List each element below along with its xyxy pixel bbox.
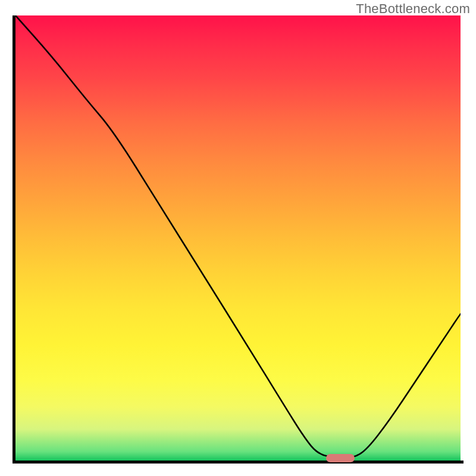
x-axis-line — [12, 461, 464, 464]
bottleneck-curve — [15, 15, 461, 461]
optimal-marker — [326, 454, 355, 462]
watermark-text: TheBottleneck.com — [356, 1, 470, 17]
chart-container: TheBottleneck.com — [0, 0, 476, 476]
